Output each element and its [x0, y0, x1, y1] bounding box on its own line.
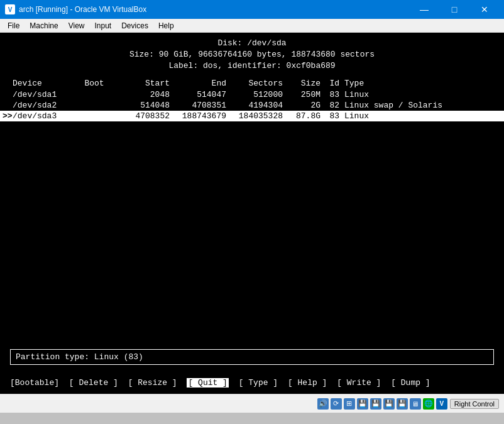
row-size: 87.8G: [283, 111, 320, 121]
disk-name: Disk: /dev/sda: [0, 38, 504, 49]
row-id: 83: [320, 90, 339, 99]
table-header: Device Boot Start End Sectors Size Id Ty…: [0, 77, 504, 89]
row-sectors: 184035328: [226, 111, 283, 121]
row-id: 83: [320, 111, 339, 121]
row-end: 188743679: [170, 111, 226, 121]
window-controls: — □ ✕: [410, 0, 499, 19]
menu-delete[interactable]: [ Delete ]: [69, 378, 118, 388]
menu-input[interactable]: Input: [90, 20, 117, 31]
partition-type-text: Partition type: Linux (83): [16, 352, 143, 362]
col-header-type: Type: [339, 79, 465, 88]
row-device: /dev/sda2: [13, 101, 75, 110]
disk-label: Label: dos, identifier: 0xcf0ba689: [0, 60, 504, 72]
disk2-icon: 💾: [370, 398, 381, 410]
partition-type-box: Partition type: Linux (83): [10, 349, 494, 365]
menu-file[interactable]: File: [3, 20, 25, 31]
vm-display[interactable]: Disk: /dev/sda Size: 90 GiB, 96636764160…: [0, 33, 504, 394]
virtualbox-icon: V: [436, 398, 447, 410]
usb-icon: ⟳: [331, 398, 342, 410]
row-size: 250M: [283, 90, 320, 99]
title-bar: V arch [Running] - Oracle VM VirtualBox …: [0, 0, 504, 19]
col-header-start: Start: [113, 79, 170, 88]
menu-help[interactable]: Help: [153, 20, 179, 31]
row-indicator: [0, 101, 13, 110]
menu-type[interactable]: [ Type ]: [239, 378, 278, 388]
menu-bar: File Machine View Input Devices Help: [0, 19, 504, 33]
row-id: 82: [320, 101, 339, 110]
display-icon: 🖥: [410, 398, 421, 410]
row-indicator: [0, 90, 13, 99]
row-boot: [75, 111, 113, 121]
row-indicator-selected: >>: [0, 111, 13, 121]
col-header-device: Device: [13, 79, 75, 88]
row-start: 514048: [113, 101, 170, 110]
menu-help[interactable]: [ Help ]: [288, 378, 327, 388]
menu-bootable[interactable]: [Bootable]: [10, 378, 59, 388]
row-boot: [75, 101, 113, 110]
row-type: Linux: [339, 90, 465, 99]
maximize-button[interactable]: □: [440, 0, 469, 19]
network-icon: ⊞: [344, 398, 355, 410]
bottom-menu: [Bootable] [ Delete ] [ Resize ] [ Quit …: [0, 378, 504, 388]
menu-view[interactable]: View: [63, 20, 90, 31]
network2-icon: 🌐: [423, 398, 434, 410]
row-end: 514047: [170, 90, 226, 99]
menu-resize[interactable]: [ Resize ]: [128, 378, 177, 388]
disk-size: Size: 90 GiB, 96636764160 bytes, 1887436…: [0, 49, 504, 60]
col-header-sectors: Sectors: [226, 79, 283, 88]
window-title: arch [Running] - Oracle VM VirtualBox: [19, 5, 146, 14]
partition-table: Device Boot Start End Sectors Size Id Ty…: [0, 75, 504, 121]
row-sectors: 512000: [226, 90, 283, 99]
disk4-icon: 💾: [397, 398, 408, 410]
table-row-selected[interactable]: >> /dev/sda3 4708352 188743679 184035328…: [0, 111, 504, 121]
disk3-icon: 💾: [383, 398, 395, 410]
table-row[interactable]: /dev/sda2 514048 4708351 4194304 2G 82 L…: [0, 100, 504, 111]
audio-icon: 🔊: [317, 398, 329, 410]
right-control-label: Right Control: [450, 399, 499, 409]
table-row[interactable]: /dev/sda1 2048 514047 512000 250M 83 Lin…: [0, 89, 504, 100]
col-header-end: End: [170, 79, 226, 88]
row-size: 2G: [283, 101, 320, 110]
col-header-size: Size: [283, 79, 320, 88]
row-start: 2048: [113, 90, 170, 99]
row-sectors: 4194304: [226, 101, 283, 110]
menu-machine[interactable]: Machine: [25, 20, 63, 31]
row-boot: [75, 90, 113, 99]
col-header-id: Id: [320, 79, 339, 88]
col-header-boot: Boot: [75, 79, 113, 88]
row-device: /dev/sda3: [13, 111, 75, 121]
status-bar: 🔊 ⟳ ⊞ 💾 💾 💾 💾 🖥 🌐 V Right Control: [0, 394, 504, 413]
row-end: 4708351: [170, 101, 226, 110]
close-button[interactable]: ✕: [470, 0, 499, 19]
menu-dump[interactable]: [ Dump ]: [391, 378, 430, 388]
menu-quit[interactable]: [ Quit ]: [187, 378, 228, 388]
status-area: Partition type: Linux (83): [0, 347, 504, 367]
app-icon: V: [5, 4, 15, 14]
disk-header: Disk: /dev/sda Size: 90 GiB, 96636764160…: [0, 38, 504, 72]
row-type: Linux: [339, 111, 465, 121]
menu-write[interactable]: [ Write ]: [337, 378, 381, 388]
row-start: 4708352: [113, 111, 170, 121]
disk1-icon: 💾: [357, 398, 368, 410]
row-device: /dev/sda1: [13, 90, 75, 99]
row-type: Linux swap / Solaris: [339, 101, 465, 110]
menu-devices[interactable]: Devices: [116, 20, 153, 31]
minimize-button[interactable]: —: [410, 0, 439, 19]
